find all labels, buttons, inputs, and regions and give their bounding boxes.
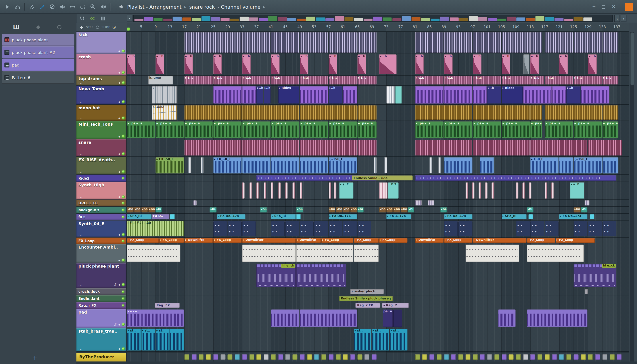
clip[interactable]: ..E 2 bbox=[388, 182, 398, 198]
bottom-clip[interactable] bbox=[350, 354, 355, 360]
clip[interactable]: ▸ Rag..2 bbox=[382, 303, 408, 308]
slide-toggle[interactable] bbox=[112, 26, 116, 29]
clip[interactable]: ▸ ..h bbox=[300, 54, 308, 74]
track-lane-fx-loop[interactable]: ▸ FX_Loop▸ FX_Loop▸ Downlifte▸ FX_Loop▸ … bbox=[127, 238, 629, 244]
picker-add-button[interactable]: + bbox=[32, 354, 38, 361]
clip[interactable]: ▸ FX_Loop bbox=[159, 238, 184, 243]
bottom-clip[interactable] bbox=[422, 354, 427, 360]
bottom-clip[interactable] bbox=[552, 354, 557, 360]
clip[interactable] bbox=[430, 157, 432, 174]
clip[interactable] bbox=[334, 182, 336, 198]
clip[interactable] bbox=[473, 105, 530, 120]
clip[interactable]: ▸ba.. bbox=[350, 207, 357, 212]
clip[interactable]: ▸..ps ▸..s bbox=[473, 122, 501, 138]
clip[interactable] bbox=[415, 32, 444, 53]
clip[interactable]: ▸ st.. bbox=[127, 328, 141, 350]
clip[interactable]: ▸ t..s bbox=[502, 76, 530, 84]
pattern-name[interactable]: snare rock bbox=[189, 4, 215, 10]
clip[interactable]: ▸ ▸▸ ▸ bbox=[242, 221, 256, 236]
clip[interactable]: ▸bi.. bbox=[210, 207, 216, 212]
bottom-clip[interactable] bbox=[494, 354, 499, 360]
bottom-clip[interactable] bbox=[610, 354, 614, 360]
clip[interactable] bbox=[545, 32, 573, 53]
clip[interactable] bbox=[193, 200, 196, 206]
clip[interactable] bbox=[516, 182, 518, 198]
clip[interactable]: ▸..ps ▸..s bbox=[530, 122, 542, 138]
clip[interactable] bbox=[271, 182, 274, 198]
clip[interactable] bbox=[552, 86, 566, 104]
bottom-clip[interactable] bbox=[566, 354, 571, 360]
clip[interactable]: ▸..b bbox=[256, 86, 264, 104]
clip[interactable] bbox=[574, 32, 602, 53]
clip[interactable]: ▸ ..h bbox=[184, 54, 193, 74]
clip[interactable]: ▸..ps ▸..s bbox=[156, 122, 184, 138]
clip[interactable]: ▸ ▸▸ ▸ bbox=[213, 221, 227, 236]
clip[interactable] bbox=[444, 32, 472, 53]
bottom-clip[interactable] bbox=[415, 354, 420, 360]
bottom-clip[interactable] bbox=[249, 354, 254, 360]
bottom-clip[interactable] bbox=[184, 354, 189, 360]
clip[interactable]: ▸bi.. bbox=[260, 207, 267, 212]
clip[interactable]: ▸ t..s bbox=[328, 76, 357, 84]
mute-led[interactable] bbox=[122, 209, 124, 211]
clip[interactable]: Rag..FX bbox=[155, 303, 180, 308]
picker-item-pad[interactable]: pad bbox=[2, 59, 74, 71]
clip[interactable]: ▸..ps ▸..s bbox=[213, 122, 242, 138]
bottom-clip[interactable] bbox=[588, 354, 593, 360]
clip[interactable]: ▸..ps ▸..s bbox=[127, 122, 155, 138]
clip[interactable] bbox=[394, 310, 402, 327]
clip[interactable] bbox=[271, 310, 300, 327]
clip[interactable]: ▸ ..h bbox=[444, 54, 452, 74]
clip[interactable]: ▸ SFX_Ri bbox=[127, 214, 152, 219]
clip[interactable]: ▸ FX Do..174 bbox=[444, 214, 472, 219]
clip[interactable] bbox=[386, 86, 395, 104]
mute-led[interactable] bbox=[122, 233, 125, 236]
clip[interactable]: ▸ t..s bbox=[473, 76, 501, 84]
clip[interactable] bbox=[530, 140, 588, 156]
clip[interactable] bbox=[374, 157, 376, 174]
clip[interactable]: s..ume bbox=[152, 105, 177, 120]
track-header-backgr-x-s[interactable]: backgr..x s bbox=[76, 207, 126, 214]
clip[interactable] bbox=[242, 182, 244, 198]
clip[interactable]: ▸ba.. bbox=[343, 207, 350, 212]
clip[interactable]: ▸ t..s bbox=[213, 76, 242, 84]
headphones-icon[interactable] bbox=[14, 4, 20, 10]
clip[interactable] bbox=[285, 182, 288, 198]
track-header-fx-loop[interactable]: FX_Loop bbox=[76, 238, 126, 244]
link-icon[interactable] bbox=[90, 16, 96, 21]
bottom-clip[interactable] bbox=[336, 354, 340, 360]
track-lane-dru-l-01[interactable] bbox=[127, 200, 629, 207]
clip[interactable]: ▸..ps ▸..s bbox=[358, 122, 377, 138]
clip[interactable]: pa..e bbox=[383, 310, 393, 327]
track-header-dru-l-01[interactable]: DRU..L_01 bbox=[76, 200, 126, 207]
clip[interactable] bbox=[466, 244, 519, 262]
track-lane-pad[interactable]: ▸ ▸ ▸ ▸pa..e bbox=[127, 309, 629, 328]
track-options-button[interactable]: ... bbox=[78, 50, 83, 52]
clip[interactable]: ▸ba.. bbox=[141, 207, 148, 212]
track-header-fx-rise-death[interactable]: FX_RISE_death.....◆ bbox=[76, 157, 126, 175]
clip[interactable] bbox=[527, 310, 588, 327]
mute-led[interactable] bbox=[122, 304, 124, 307]
track-header-synth-04-e[interactable]: Synth_04_E...◆ bbox=[76, 220, 126, 238]
bottom-clip[interactable] bbox=[530, 354, 535, 360]
track-options-button[interactable]: ... bbox=[78, 234, 83, 235]
clip[interactable]: ▸ ▸▸ ▸ bbox=[271, 221, 285, 236]
clip[interactable]: ▸..ps ▸..s bbox=[602, 122, 618, 138]
bottom-clip[interactable] bbox=[436, 354, 442, 360]
clip[interactable] bbox=[242, 86, 256, 104]
clip[interactable]: ▸ FX..oop bbox=[379, 238, 408, 243]
clip[interactable]: ▸ FX Do..174 bbox=[559, 214, 588, 219]
clip[interactable]: ▸..b bbox=[264, 86, 270, 104]
clip[interactable] bbox=[384, 157, 387, 174]
clip[interactable]: ▸ t..s bbox=[271, 76, 300, 84]
clip[interactable] bbox=[523, 86, 552, 104]
track-options-button[interactable]: ... bbox=[78, 117, 83, 119]
timeline-ruler[interactable]: 5913172125293337414549535761656973778185… bbox=[127, 23, 629, 32]
bottom-clip[interactable] bbox=[271, 354, 276, 360]
clip[interactable]: ▸ FX_Loop bbox=[213, 238, 242, 243]
scroll-left-button[interactable]: ‹ bbox=[127, 14, 132, 22]
clip[interactable]: - s..E bbox=[339, 182, 353, 198]
clip[interactable]: ▸ ▸▸ ▸ bbox=[358, 221, 371, 236]
bottom-clip[interactable] bbox=[466, 354, 470, 360]
track-lane-crush-luck[interactable]: crusher pluck bbox=[127, 288, 629, 295]
